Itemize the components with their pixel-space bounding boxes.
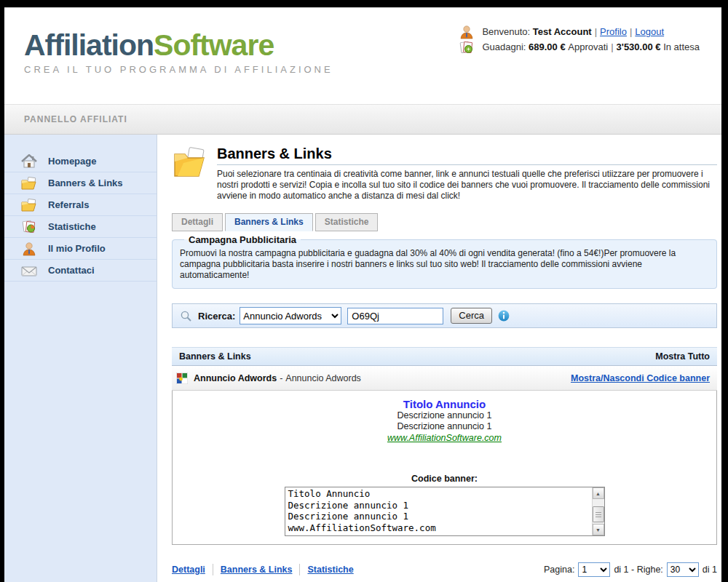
sidebar: Homepage Banners & Links Referrals Stati…: [4, 135, 157, 582]
approved-amount: 689.00 €: [529, 41, 566, 52]
sidebar-item-label: Homepage: [48, 156, 96, 167]
banner-code-area: Titolo Annuncio Descrizione annuncio 1 D…: [285, 487, 605, 536]
sidebar-item-referrals[interactable]: Referrals: [4, 194, 157, 216]
separator: |: [611, 41, 613, 52]
sidebar-item-contattaci[interactable]: Contattaci: [4, 260, 157, 282]
page-total: di 1: [614, 565, 628, 575]
rows-select[interactable]: 30: [667, 562, 699, 577]
tab-dettagli[interactable]: Dettagli: [172, 213, 223, 231]
title-block: Banners & Links Puoi selezionare tra cen…: [172, 146, 717, 202]
campaign-fieldset: Campagna Pubblicitaria Promuovi la nostr…: [172, 234, 717, 289]
separator: |: [630, 26, 632, 37]
show-all-label[interactable]: Mostra Tutto: [655, 351, 710, 362]
tab-banners-links[interactable]: Banners & Links: [225, 213, 313, 231]
search-icon: [180, 310, 192, 322]
toggle-code-link[interactable]: Mostra/Nascondi Codice banner: [571, 373, 710, 383]
approved-label: Approvati: [568, 41, 608, 52]
footer-link-dettagli[interactable]: Dettagli: [172, 565, 205, 575]
list-header-title: Banners & Links: [179, 351, 251, 362]
username: Test Account: [533, 26, 592, 37]
profile-link[interactable]: Profilo: [600, 26, 627, 37]
welcome-label: Benvenuto:: [482, 26, 530, 37]
scroll-up-icon[interactable]: ▲: [593, 487, 604, 499]
ad-title: Titolo Annuncio: [173, 398, 716, 410]
scrollbar-thumb[interactable]: [593, 506, 604, 522]
earnings-row: Guadagni: 689.00 € Approvati | 3'530.00 …: [459, 39, 700, 55]
banner-name: Annuncio Adwords: [194, 373, 277, 383]
sidebar-item-statistiche[interactable]: Statistiche: [4, 216, 157, 238]
scrollbar-track[interactable]: [593, 499, 604, 524]
banner-preview-box: Titolo Annuncio Descrizione annuncio 1 D…: [172, 391, 717, 545]
mail-icon: [20, 263, 38, 278]
header: AffiliationSoftware CREA IL TUO PROGRAMM…: [4, 7, 721, 104]
sidebar-item-label: Statistiche: [48, 221, 96, 232]
list-footer: Dettagli Banners & Links Statistiche Pag…: [172, 562, 717, 577]
list-header: Banners & Links Mostra Tutto: [172, 347, 717, 366]
ad-url-link[interactable]: www.AffiliationSoftware.com: [387, 433, 502, 443]
divider: [213, 564, 213, 575]
big-folder-icon: [172, 147, 207, 178]
search-category-select[interactable]: Annuncio Adwords: [240, 307, 341, 324]
home-icon: [20, 154, 38, 169]
logo-part-software: Software: [154, 28, 274, 62]
ad-description-line1: Descrizione annuncio 1: [173, 410, 716, 421]
scroll-down-icon[interactable]: ▼: [593, 524, 604, 535]
search-button[interactable]: Cerca: [451, 308, 492, 324]
page-frame: AffiliationSoftware CREA IL TUO PROGRAMM…: [4, 7, 721, 582]
adwords-favicon: [176, 372, 188, 384]
logout-link[interactable]: Logout: [635, 26, 664, 37]
footer-link-banners-links[interactable]: Banners & Links: [221, 565, 293, 575]
tab-bar: Dettagli Banners & Links Statistiche: [172, 213, 717, 231]
separator: |: [595, 26, 597, 37]
campaign-legend: Campagna Pubblicitaria: [184, 234, 301, 245]
banner-name-separator: -: [280, 373, 282, 383]
sidebar-item-label: Banners & Links: [48, 178, 123, 188]
rows-label: - Righe:: [631, 565, 663, 575]
logo: AffiliationSoftware CREA IL TUO PROGRAMM…: [24, 28, 333, 75]
info-icon[interactable]: [498, 310, 510, 322]
page-select[interactable]: 1: [578, 562, 610, 577]
user-icon: [20, 242, 38, 256]
stats-icon: [20, 220, 38, 234]
sidebar-item-profilo[interactable]: Il mio Profilo: [4, 238, 157, 260]
banner-code-textarea[interactable]: Titolo Annuncio Descrizione annuncio 1 D…: [285, 487, 592, 535]
page-title: Banners & Links: [217, 146, 717, 165]
folder-icon: [20, 198, 38, 212]
sidebar-item-label: Il mio Profilo: [48, 243, 106, 254]
logo-text: AffiliationSoftware: [24, 28, 333, 63]
sidebar-item-homepage[interactable]: Homepage: [4, 151, 157, 172]
banner-code-label: Codice banner:: [173, 474, 716, 484]
folder-icon: [20, 176, 38, 191]
pagination: Pagina: 1 di 1 - Righe: 30 di 1: [544, 562, 717, 577]
tab-statistiche[interactable]: Statistiche: [315, 213, 379, 231]
scrollbar[interactable]: ▲ ▼: [592, 487, 604, 535]
pending-amount: 3'530.00 €: [617, 41, 661, 52]
welcome-row: Benvenuto: Test Account | Profilo | Logo…: [459, 24, 700, 39]
search-label: Ricerca:: [198, 311, 235, 322]
logo-tagline: CREA IL TUO PROGRAMMA DI AFFILIAZIONE: [24, 64, 333, 75]
campaign-text: Promuovi la nostra campagna pubblicitari…: [180, 248, 709, 281]
page-label: Pagina:: [544, 565, 574, 575]
panel-bar: PANNELLO AFFILIATI: [4, 104, 721, 135]
sidebar-item-label: Referrals: [48, 199, 89, 210]
page-description: Puoi selezionare tra centinaia di creati…: [217, 169, 717, 202]
earnings-icon: [459, 40, 475, 55]
earnings-label: Guadagni:: [482, 41, 526, 52]
user-box: Benvenuto: Test Account | Profilo | Logo…: [459, 24, 700, 55]
pending-label: In attesa: [663, 41, 700, 52]
search-bar: Ricerca: Annuncio Adwords Cerca: [172, 303, 717, 328]
sidebar-item-label: Contattaci: [48, 265, 95, 276]
footer-links: Dettagli Banners & Links Statistiche: [172, 564, 354, 575]
banner-row: Annuncio Adwords - Annuncio Adwords Most…: [172, 366, 717, 391]
sidebar-item-banners-links[interactable]: Banners & Links: [4, 172, 157, 194]
footer-link-statistiche[interactable]: Statistiche: [307, 565, 353, 575]
divider: [299, 564, 300, 575]
user-avatar-icon: [459, 25, 475, 39]
rows-total: di 1: [703, 565, 717, 575]
ad-description-line2: Descrizione annuncio 1: [173, 421, 716, 432]
banner-description: Annuncio Adwords: [285, 373, 361, 383]
search-input[interactable]: [347, 308, 443, 324]
logo-part-affiliation: Affiliation: [24, 28, 154, 62]
panel-bar-title: PANNELLO AFFILIATI: [24, 114, 127, 124]
main-content: Banners & Links Puoi selezionare tra cen…: [157, 135, 721, 582]
